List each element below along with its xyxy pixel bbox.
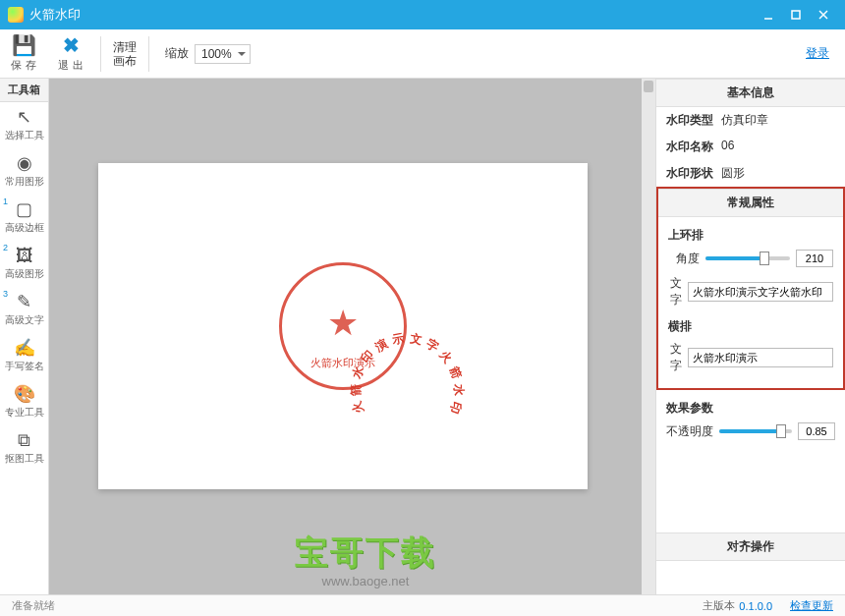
slider-thumb[interactable] bbox=[776, 424, 786, 438]
horiz-text-label: 文字 bbox=[668, 341, 682, 374]
toolbox-header: 工具箱 bbox=[0, 79, 48, 102]
circle-icon: ◉ bbox=[0, 153, 48, 173]
upper-arc-title: 上环排 bbox=[668, 221, 833, 246]
tool-badge: 2 bbox=[3, 243, 8, 252]
version-value: 0.1.0.0 bbox=[739, 600, 772, 612]
align-header: 对齐操作 bbox=[656, 532, 845, 561]
angle-input[interactable] bbox=[796, 250, 833, 267]
tool-badge: 3 bbox=[3, 289, 8, 299]
tool-label: 高级文字 bbox=[0, 313, 48, 327]
stamp-watermark[interactable]: 火箭水印演示文字火箭水印 ★ 火箭水印演示 bbox=[279, 262, 407, 390]
svg-rect-1 bbox=[792, 11, 800, 19]
properties-highlight: 常规属性 上环排 角度 文字 横排 文字 bbox=[656, 187, 845, 390]
save-button[interactable]: 💾 保 存 bbox=[0, 30, 47, 77]
opacity-label: 不透明度 bbox=[666, 423, 713, 440]
opacity-input[interactable] bbox=[798, 422, 835, 440]
tool-label: 选择工具 bbox=[0, 129, 48, 142]
opacity-slider[interactable] bbox=[719, 429, 792, 433]
tool-label: 高级图形 bbox=[0, 267, 48, 281]
minimize-button[interactable] bbox=[755, 0, 782, 29]
right-panel: 基本信息 水印类型仿真印章 水印名称06 水印形状圆形 常规属性 上环排 角度 … bbox=[655, 79, 845, 594]
separator bbox=[148, 36, 149, 72]
crop-icon: ⧉ bbox=[0, 430, 48, 450]
zoom-select[interactable]: 100% bbox=[195, 44, 251, 64]
canvas-area[interactable]: 火箭水印演示文字火箭水印 ★ 火箭水印演示 bbox=[49, 79, 655, 594]
tool-square[interactable]: 1▢高级边框 bbox=[0, 195, 48, 241]
upper-text-input[interactable] bbox=[688, 282, 833, 302]
stamp-bottom-text: 火箭水印演示 bbox=[279, 356, 407, 370]
zoom-control: 缩放 100% bbox=[165, 44, 251, 64]
exit-button[interactable]: ✖ 退 出 bbox=[47, 30, 94, 77]
tool-pen[interactable]: ✍手写签名 bbox=[0, 333, 48, 379]
titlebar: 火箭水印 bbox=[0, 0, 845, 29]
canvas[interactable]: 火箭水印演示文字火箭水印 ★ 火箭水印演示 bbox=[98, 163, 588, 489]
palette-icon: 🎨 bbox=[0, 384, 48, 404]
info-row-name: 水印名称06 bbox=[656, 134, 845, 160]
tool-label: 手写签名 bbox=[0, 360, 48, 373]
exit-icon: ✖ bbox=[47, 34, 94, 56]
basic-info-header: 基本信息 bbox=[656, 79, 845, 107]
separator bbox=[100, 36, 101, 72]
version-label: 主版本 bbox=[703, 598, 735, 613]
tool-label: 抠图工具 bbox=[0, 452, 48, 466]
tool-circle[interactable]: ◉常用图形 bbox=[0, 148, 48, 195]
tool-text[interactable]: 3✎高级文字 bbox=[0, 287, 48, 333]
slider-thumb[interactable] bbox=[760, 252, 769, 265]
statusbar: 准备就绪 主版本 0.1.0.0 检查更新 bbox=[0, 594, 845, 616]
login-link[interactable]: 登录 bbox=[806, 45, 829, 62]
properties-header: 常规属性 bbox=[658, 189, 843, 217]
tool-cursor[interactable]: ↖选择工具 bbox=[0, 102, 48, 148]
tool-label: 常用图形 bbox=[0, 175, 48, 189]
toolbox: 工具箱 ↖选择工具◉常用图形1▢高级边框2🖼高级图形3✎高级文字✍手写签名🎨专业… bbox=[0, 79, 49, 594]
window-title: 火箭水印 bbox=[29, 6, 755, 24]
main-area: 工具箱 ↖选择工具◉常用图形1▢高级边框2🖼高级图形3✎高级文字✍手写签名🎨专业… bbox=[0, 79, 845, 594]
tool-crop[interactable]: ⧉抠图工具 bbox=[0, 425, 48, 472]
check-update-link[interactable]: 检查更新 bbox=[790, 598, 833, 613]
clear-canvas-button[interactable]: 清理 画布 bbox=[107, 40, 142, 68]
tool-image[interactable]: 2🖼高级图形 bbox=[0, 241, 48, 287]
app-logo-icon bbox=[8, 7, 24, 23]
cursor-icon: ↖ bbox=[0, 107, 48, 127]
status-ready: 准备就绪 bbox=[12, 598, 55, 613]
star-icon: ★ bbox=[327, 303, 359, 344]
tool-label: 专业工具 bbox=[0, 406, 48, 420]
angle-label: 角度 bbox=[668, 251, 700, 267]
vertical-scrollbar[interactable] bbox=[642, 79, 655, 594]
pen-icon: ✍ bbox=[0, 338, 48, 358]
scrollbar-thumb[interactable] bbox=[644, 81, 653, 92]
info-row-shape: 水印形状圆形 bbox=[656, 160, 845, 187]
tool-palette[interactable]: 🎨专业工具 bbox=[0, 379, 48, 425]
effect-header: 效果参数 bbox=[666, 394, 835, 419]
save-icon: 💾 bbox=[0, 34, 47, 56]
info-row-type: 水印类型仿真印章 bbox=[656, 107, 845, 134]
tool-badge: 1 bbox=[3, 196, 8, 206]
zoom-label: 缩放 bbox=[165, 45, 189, 62]
upper-text-label: 文字 bbox=[668, 275, 682, 308]
maximize-button[interactable] bbox=[782, 0, 810, 29]
angle-slider[interactable] bbox=[705, 256, 790, 260]
tool-label: 高级边框 bbox=[0, 221, 48, 235]
horiz-title: 横排 bbox=[668, 312, 833, 337]
toolbar: 💾 保 存 ✖ 退 出 清理 画布 缩放 100% 登录 bbox=[0, 29, 845, 79]
close-button[interactable] bbox=[810, 0, 837, 29]
horiz-text-input[interactable] bbox=[688, 348, 833, 367]
